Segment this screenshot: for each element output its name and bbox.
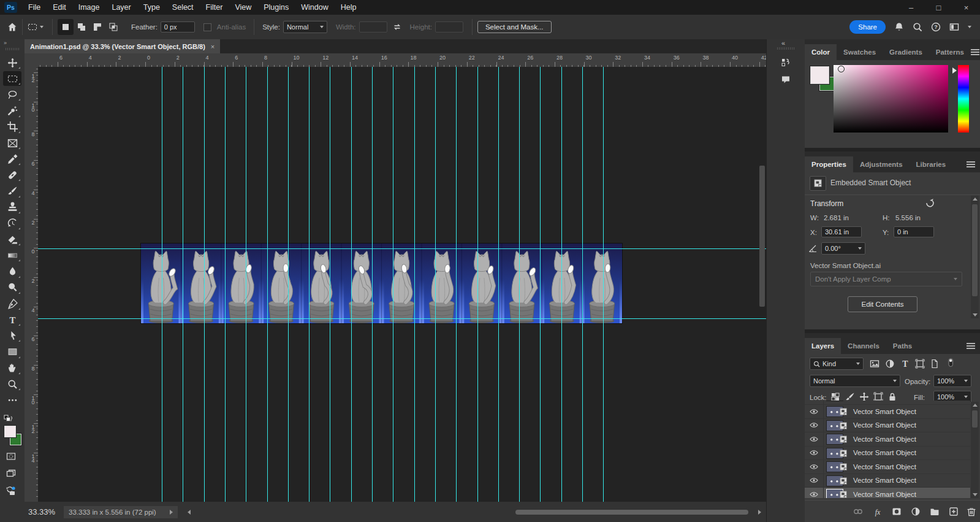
- document-canvas[interactable]: [141, 244, 622, 323]
- path-selection-tool[interactable]: [3, 328, 21, 343]
- layer-row[interactable]: Vector Smart Object: [805, 419, 970, 433]
- tool-preset-caret-icon[interactable]: [40, 26, 44, 28]
- document-tab[interactable]: Animation1.psd @ 33.3% (Vector Smart Obj…: [25, 39, 220, 53]
- home-icon[interactable]: [7, 22, 17, 32]
- filter-adjustment-layers-icon[interactable]: [885, 359, 895, 369]
- notifications-bell-icon[interactable]: [894, 22, 904, 32]
- layer-visibility-eye-icon[interactable]: [805, 488, 824, 498]
- opacity-select[interactable]: 100%: [933, 375, 971, 387]
- layer-row[interactable]: Vector Smart Object: [805, 405, 970, 419]
- quick-mask-icon[interactable]: [6, 451, 16, 461]
- select-and-mask-button[interactable]: Select and Mask...: [477, 21, 552, 33]
- saturation-brightness-field[interactable]: [834, 65, 948, 132]
- dodge-tool[interactable]: [3, 280, 21, 295]
- lasso-tool[interactable]: [3, 87, 21, 102]
- dock-grip[interactable]: [777, 47, 794, 50]
- layer-row-partial[interactable]: [805, 401, 970, 405]
- menu-layer[interactable]: Layer: [105, 0, 137, 15]
- pen-tool[interactable]: [3, 296, 21, 311]
- filter-smart-objects-icon[interactable]: [930, 359, 940, 369]
- properties-scrollbar[interactable]: [971, 196, 979, 318]
- menu-filter[interactable]: Filter: [200, 0, 229, 15]
- new-layer-icon[interactable]: [948, 506, 959, 517]
- history-brush-tool[interactable]: [3, 216, 21, 231]
- properties-tab-properties[interactable]: Properties: [805, 156, 853, 172]
- layer-visibility-eye-icon[interactable]: [805, 419, 824, 432]
- layer-comp-select[interactable]: Don't Apply Layer Comp: [810, 272, 962, 286]
- delete-layer-icon[interactable]: [966, 506, 977, 517]
- minimize-button[interactable]: –: [897, 0, 925, 15]
- selection-mode-add-icon[interactable]: [74, 19, 89, 35]
- help-icon[interactable]: ?: [931, 22, 941, 32]
- gradient-tool[interactable]: [3, 248, 21, 263]
- foreground-color-swatch[interactable]: [4, 426, 16, 437]
- hscroll-left-arrow-icon[interactable]: [188, 510, 191, 515]
- layers-tab-layers[interactable]: Layers: [805, 338, 841, 354]
- layer-row[interactable]: Vector Smart Object: [805, 460, 970, 474]
- layers-tab-paths[interactable]: Paths: [886, 338, 919, 354]
- color-tab-gradients[interactable]: Gradients: [883, 44, 929, 60]
- selection-mode-intersect-icon[interactable]: [105, 19, 121, 35]
- selection-mode-subtract-icon[interactable]: [89, 19, 105, 35]
- properties-tab-libraries[interactable]: Libraries: [910, 156, 953, 172]
- healing-brush-tool[interactable]: [3, 167, 21, 182]
- layer-row[interactable]: Vector Smart Object: [805, 474, 970, 488]
- layer-style-fx-icon[interactable]: fx: [872, 506, 883, 517]
- selection-mode-new-icon[interactable]: [58, 19, 74, 35]
- panel-foreground-swatch[interactable]: [810, 66, 829, 84]
- new-adjustment-layer-icon[interactable]: [910, 506, 921, 517]
- screen-mode-icon[interactable]: [6, 469, 16, 478]
- filter-toggle-icon[interactable]: [946, 358, 955, 367]
- layers-scrollbar[interactable]: [971, 402, 979, 498]
- layer-visibility-eye-icon[interactable]: [805, 432, 824, 446]
- hand-tool[interactable]: [3, 361, 21, 375]
- new-group-icon[interactable]: [929, 506, 940, 517]
- layer-visibility-eye-icon[interactable]: [805, 447, 824, 460]
- blur-tool[interactable]: [3, 264, 21, 279]
- menu-edit[interactable]: Edit: [47, 0, 72, 15]
- document-tab-close-icon[interactable]: ×: [211, 43, 215, 50]
- panel-menu-icon[interactable]: [967, 343, 975, 349]
- blend-mode-select[interactable]: Normal: [810, 375, 900, 387]
- layer-visibility-eye-icon[interactable]: [805, 474, 824, 488]
- horizontal-scrollbar-thumb[interactable]: [515, 510, 748, 515]
- ruler-origin-corner[interactable]: [25, 53, 39, 67]
- brush-tool[interactable]: [3, 184, 21, 199]
- clone-stamp-tool[interactable]: [3, 200, 21, 215]
- layer-row[interactable]: Vector Smart Object: [805, 488, 970, 498]
- feather-input[interactable]: [161, 21, 195, 33]
- swap-dimensions-icon[interactable]: [392, 22, 402, 32]
- share-button[interactable]: Share: [849, 20, 886, 34]
- panel-menu-icon[interactable]: [967, 161, 975, 167]
- y-input[interactable]: [894, 226, 934, 237]
- layer-row[interactable]: Vector Smart Object: [805, 432, 970, 447]
- add-layer-mask-icon[interactable]: [891, 506, 902, 517]
- color-tab-patterns[interactable]: Patterns: [929, 44, 971, 60]
- menu-window[interactable]: Window: [295, 0, 334, 15]
- menu-help[interactable]: Help: [335, 0, 363, 15]
- maximize-button[interactable]: □: [925, 0, 952, 15]
- rectangle-tool[interactable]: [3, 345, 21, 359]
- menu-select[interactable]: Select: [166, 0, 200, 15]
- zoom-level[interactable]: 33.33%: [28, 507, 55, 516]
- horizontal-scrollbar[interactable]: [197, 504, 754, 520]
- menu-plugins[interactable]: Plugins: [257, 0, 295, 15]
- layer-row[interactable]: Vector Smart Object: [805, 447, 970, 461]
- workspace-panel-icon[interactable]: [949, 22, 959, 32]
- tool-preset-marquee-icon[interactable]: [28, 22, 37, 32]
- move-tool[interactable]: [3, 55, 21, 70]
- filter-shape-layers-icon[interactable]: [915, 359, 925, 369]
- layer-filter-select[interactable]: Kind: [810, 358, 864, 370]
- menu-view[interactable]: View: [229, 0, 257, 15]
- hue-slider[interactable]: [958, 65, 969, 132]
- eyedropper-tool[interactable]: [3, 152, 21, 166]
- eraser-tool[interactable]: [3, 232, 21, 247]
- swap-colors-icon[interactable]: [4, 415, 13, 424]
- x-input[interactable]: [821, 226, 862, 237]
- panel-menu-icon[interactable]: [971, 49, 975, 55]
- width-input[interactable]: [359, 21, 387, 33]
- menu-file[interactable]: File: [22, 0, 47, 15]
- layer-visibility-eye-icon[interactable]: [805, 405, 824, 418]
- zoom-tool[interactable]: [3, 377, 21, 391]
- canvas-viewport[interactable]: [38, 67, 766, 502]
